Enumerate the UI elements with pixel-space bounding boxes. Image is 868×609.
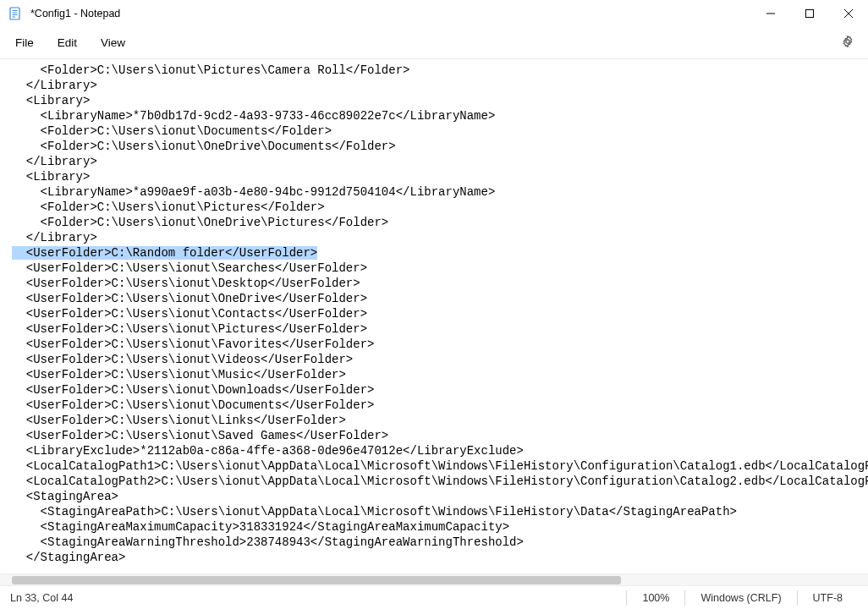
editor-line[interactable]: <StagingAreaMaximumCapacity>318331924</S… [12, 519, 868, 535]
editor-line[interactable]: <StagingAreaWarningThreshold>238748943</… [12, 535, 868, 550]
maximize-button[interactable] [790, 0, 829, 27]
editor-line[interactable]: <UserFolder>C:\Users\ionut\Music</UserFo… [12, 367, 868, 382]
editor-line[interactable]: <StagingArea> [12, 489, 868, 504]
title-bar: *Config1 - Notepad [0, 0, 868, 27]
svg-rect-0 [10, 8, 19, 19]
editor-line[interactable]: <LocalCatalogPath2>C:\Users\ionut\AppDat… [12, 474, 868, 489]
menu-view[interactable]: View [89, 31, 137, 54]
editor-line[interactable]: </StagingArea> [12, 550, 868, 565]
editor-line[interactable]: <Folder>C:\Users\ionut\OneDrive\Pictures… [12, 215, 868, 230]
status-bar: Ln 33, Col 44 100% Windows (CRLF) UTF-8 [0, 585, 868, 609]
editor-line[interactable]: <UserFolder>C:\Users\ionut\Pictures</Use… [12, 321, 868, 337]
text-editor[interactable]: <Folder>C:\Users\ionut\Pictures\Camera R… [0, 59, 868, 573]
window-title: *Config1 - Notepad [30, 8, 751, 19]
editor-line[interactable]: <Folder>C:\Users\ionut\Pictures</Folder> [12, 200, 868, 215]
editor-line[interactable]: <UserFolder>C:\Users\ionut\Searches</Use… [12, 261, 868, 276]
editor-line[interactable]: </Library> [12, 78, 868, 93]
editor-area[interactable]: <Folder>C:\Users\ionut\Pictures\Camera R… [0, 59, 868, 573]
status-line-ending: Windows (CRLF) [684, 590, 796, 606]
editor-line[interactable]: <UserFolder>C:\Users\ionut\Documents</Us… [12, 398, 868, 413]
editor-line[interactable]: <Folder>C:\Users\ionut\Pictures\Camera R… [12, 63, 868, 78]
editor-line[interactable]: <UserFolder>C:\Users\ionut\Favorites</Us… [12, 337, 868, 352]
horizontal-scrollbar[interactable] [0, 573, 868, 585]
scrollbar-thumb[interactable] [12, 576, 621, 584]
editor-line[interactable]: <LibraryExclude>*2112ab0a-c86a-4ffe-a368… [12, 443, 868, 458]
editor-line[interactable]: <StagingAreaPath>C:\Users\ionut\AppData\… [12, 504, 868, 519]
menu-file[interactable]: File [3, 31, 46, 54]
svg-rect-6 [806, 10, 814, 18]
status-zoom[interactable]: 100% [626, 590, 684, 606]
editor-line[interactable]: <Library> [12, 169, 868, 184]
editor-line[interactable]: </Library> [12, 154, 868, 169]
editor-line[interactable]: <Folder>C:\Users\ionut\Documents</Folder… [12, 123, 868, 139]
notepad-icon [8, 7, 22, 20]
editor-line[interactable]: <Folder>C:\Users\ionut\OneDrive\Document… [12, 139, 868, 154]
window-controls [751, 0, 868, 27]
menu-edit[interactable]: Edit [46, 31, 89, 54]
settings-button[interactable] [831, 30, 865, 56]
editor-line[interactable]: <LibraryName>*a990ae9f-a03b-4e80-94bc-99… [12, 184, 868, 200]
close-button[interactable] [829, 0, 868, 27]
status-encoding: UTF-8 [797, 590, 858, 606]
editor-line[interactable]: <UserFolder>C:\Users\ionut\Desktop</User… [12, 276, 868, 291]
editor-line[interactable]: <UserFolder>C:\Users\ionut\Downloads</Us… [12, 382, 868, 398]
gear-icon [841, 35, 854, 48]
menu-bar: File Edit View [0, 27, 868, 59]
editor-line[interactable]: <LibraryName>*7b0db17d-9cd2-4a93-9733-46… [12, 108, 868, 123]
selected-text[interactable]: <UserFolder>C:\Random folder</UserFolder… [12, 246, 317, 260]
editor-line[interactable]: <Library> [12, 93, 868, 108]
minimize-button[interactable] [751, 0, 790, 27]
status-cursor-position: Ln 33, Col 44 [10, 592, 626, 604]
editor-line[interactable]: </Library> [12, 230, 868, 245]
editor-line[interactable]: <UserFolder>C:\Users\ionut\OneDrive</Use… [12, 291, 868, 306]
editor-line[interactable]: <UserFolder>C:\Random folder</UserFolder… [12, 245, 868, 261]
editor-line[interactable]: <LocalCatalogPath1>C:\Users\ionut\AppDat… [12, 458, 868, 474]
editor-line[interactable]: <UserFolder>C:\Users\ionut\Saved Games</… [12, 428, 868, 443]
editor-line[interactable]: <UserFolder>C:\Users\ionut\Links</UserFo… [12, 413, 868, 428]
editor-line[interactable]: <UserFolder>C:\Users\ionut\Videos</UserF… [12, 352, 868, 367]
editor-line[interactable]: <UserFolder>C:\Users\ionut\Contacts</Use… [12, 306, 868, 321]
